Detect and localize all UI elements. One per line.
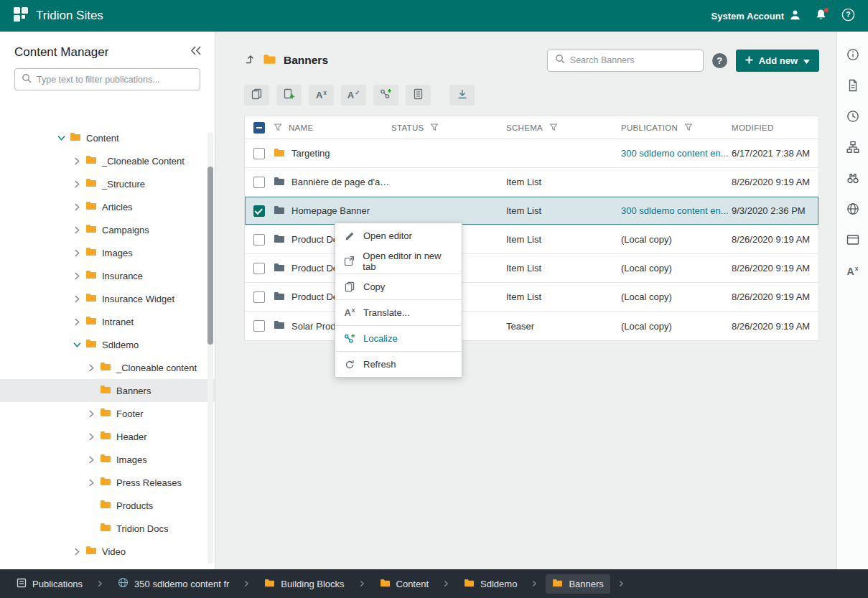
tree-item-images-sdldemo[interactable]: Images (0, 448, 215, 471)
column-header-name[interactable]: NAME (289, 123, 313, 132)
tree-item-cloneable-content[interactable]: _Cloneable Content (0, 149, 215, 172)
chevron-right-icon[interactable] (73, 226, 80, 234)
menu-item-copy[interactable]: Copy (335, 274, 462, 299)
add-new-button[interactable]: Add new (736, 50, 819, 72)
menu-item-translate[interactable]: Ax Translate... (335, 300, 462, 325)
tree-item-video[interactable]: Video (0, 540, 215, 563)
account-menu[interactable]: System Account (711, 9, 801, 22)
translation-status-button[interactable]: A✓ (341, 85, 366, 106)
sidebar-collapse-button[interactable] (188, 44, 203, 60)
sidebar-scrollbar-thumb[interactable] (207, 167, 213, 345)
search-box[interactable] (547, 50, 704, 72)
tree-item-press-releases[interactable]: Press Releases (0, 471, 215, 494)
row-checkbox[interactable] (253, 148, 265, 159)
filter-funnel-icon[interactable] (684, 123, 693, 133)
download-button[interactable] (449, 85, 475, 106)
tree-item-products[interactable]: Products (0, 494, 215, 517)
tree-item-campaigns[interactable]: Campaigns (0, 218, 215, 241)
table-row-selected[interactable]: Homepage Banner Item List 300 sdldemo co… (245, 197, 818, 225)
preview-window-button[interactable] (846, 233, 860, 247)
breadcrumb-item-building-blocks[interactable]: Building Blocks (258, 574, 350, 594)
tree-item-insurance-widget[interactable]: Insurance Widget (0, 287, 215, 310)
table-row[interactable]: Bannière de page d'acc... Item List 8/26… (245, 168, 818, 197)
row-checkbox[interactable] (253, 234, 265, 246)
tree-item-header[interactable]: Header (0, 425, 215, 448)
chevron-down-icon[interactable] (57, 134, 65, 142)
tree-item-tridion-docs[interactable]: Tridion Docs (0, 517, 215, 540)
row-checkbox[interactable] (253, 263, 265, 274)
breadcrumb-item-publications[interactable]: Publications (10, 574, 89, 594)
row-checkbox[interactable] (253, 177, 265, 188)
binoculars-search-button[interactable] (846, 171, 860, 185)
tree-item-content[interactable]: Content (0, 126, 215, 149)
column-header-publication[interactable]: PUBLICATION (621, 123, 678, 132)
notifications-button[interactable] (815, 9, 827, 24)
search-help-button[interactable]: ? (712, 53, 727, 68)
chevron-right-icon[interactable] (73, 203, 80, 211)
menu-item-open-editor-new-tab[interactable]: Open editor in new tab (335, 248, 462, 274)
menu-item-open-editor[interactable]: Open editor (335, 223, 462, 248)
tree-item-structure[interactable]: _Structure (0, 172, 215, 195)
search-input[interactable] (570, 55, 696, 65)
menu-item-localize[interactable]: Localize (335, 326, 462, 351)
row-checkbox[interactable] (253, 320, 265, 332)
column-header-modified[interactable]: MODIFIED (732, 123, 818, 132)
row-checkbox-checked[interactable] (253, 205, 265, 217)
column-header-status[interactable]: STATUS (391, 123, 424, 132)
chevron-right-icon[interactable] (73, 318, 80, 326)
filter-funnel-icon[interactable] (274, 123, 282, 133)
chevron-right-icon[interactable] (73, 180, 80, 188)
sidebar-scrollbar[interactable] (207, 132, 213, 564)
table-row[interactable]: Targeting 300 sdldemo content en... 6/17… (245, 139, 818, 168)
chevron-right-icon[interactable] (73, 295, 80, 303)
publication-filter-box[interactable] (14, 68, 200, 90)
help-button[interactable]: ? (841, 8, 855, 24)
tree-item-footer[interactable]: Footer (0, 402, 215, 425)
table-row[interactable]: Solar Produ... Teaser (Local copy) 8/26/… (245, 312, 818, 340)
chevron-right-icon[interactable] (73, 249, 80, 257)
breadcrumb-item-banners[interactable]: Banners (546, 574, 610, 594)
chevron-right-icon[interactable] (88, 479, 95, 487)
column-header-schema[interactable]: SCHEMA (506, 123, 543, 132)
tree-item-banners[interactable]: Banners (0, 379, 215, 402)
chevron-down-icon[interactable] (73, 341, 80, 349)
tree-item-insurance[interactable]: Insurance (0, 264, 215, 287)
history-clock-button[interactable] (846, 109, 860, 123)
info-button[interactable] (846, 47, 860, 62)
publication-link[interactable]: 300 sdldemo content en... (621, 148, 732, 159)
go-up-level-button[interactable] (244, 53, 256, 67)
tree-item-articles[interactable]: Articles (0, 195, 215, 218)
publication-filter-input[interactable] (37, 75, 193, 85)
select-all-checkbox[interactable] (253, 122, 265, 134)
breadcrumb-item-sdldemo[interactable]: Sdldemo (457, 574, 523, 594)
chevron-right-icon[interactable] (88, 456, 95, 464)
document-button[interactable] (846, 78, 860, 93)
localize-button[interactable] (373, 85, 398, 106)
filter-funnel-icon[interactable] (430, 123, 439, 133)
breadcrumb-item-publication[interactable]: 350 sdldemo content fr (111, 573, 235, 594)
breadcrumb-item-content[interactable]: Content (373, 574, 436, 594)
chevron-right-icon[interactable] (88, 433, 95, 441)
structure-sitemap-button[interactable] (846, 140, 860, 154)
menu-item-refresh[interactable]: Refresh (335, 352, 462, 377)
document-lines-button[interactable] (406, 85, 431, 106)
translate-button[interactable]: Ax (309, 85, 334, 106)
row-checkbox[interactable] (253, 291, 265, 303)
filter-funnel-icon[interactable] (549, 123, 558, 133)
translate-button-rail[interactable]: Ax (846, 263, 860, 278)
table-row[interactable]: Product Det... Item List (Local copy) 8/… (245, 225, 818, 254)
tree-item-sdldemo[interactable]: Sdldemo (0, 333, 215, 356)
new-item-button[interactable] (276, 85, 302, 106)
chevron-right-icon[interactable] (73, 157, 80, 165)
chevron-right-icon[interactable] (73, 272, 80, 280)
table-row[interactable]: Product Det... Item List (Local copy) 8/… (245, 254, 818, 283)
chevron-right-icon[interactable] (73, 548, 80, 556)
tree-item-intranet[interactable]: Intranet (0, 310, 215, 333)
copy-button[interactable] (244, 85, 269, 106)
table-row[interactable]: Product Det... Item List (Local copy) 8/… (245, 283, 818, 312)
publication-link[interactable]: 300 sdldemo content en... (621, 205, 732, 216)
globe-button[interactable] (846, 202, 860, 216)
tree-item-cloneable-content-sdldemo[interactable]: _Cloneable content (0, 356, 215, 379)
chevron-right-icon[interactable] (88, 364, 95, 372)
tree-item-images[interactable]: Images (0, 241, 215, 264)
